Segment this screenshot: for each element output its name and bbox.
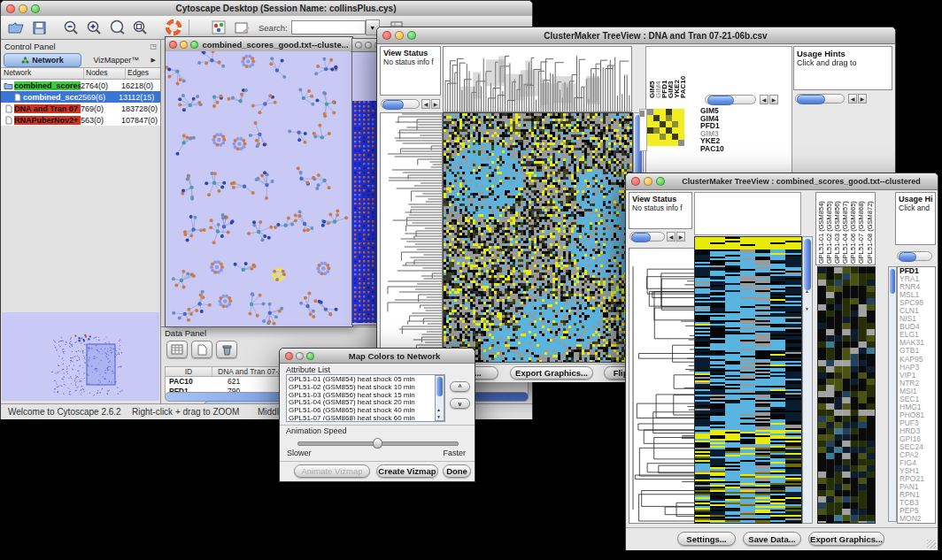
gene-label[interactable]: MSI1 <box>900 387 935 395</box>
zoom-window-icon[interactable] <box>31 4 40 13</box>
gene-label[interactable]: NIS1 <box>900 315 935 323</box>
new-attribute-icon[interactable] <box>191 341 212 358</box>
attribute-item[interactable]: GPL51-01 (GSM854) heat shock 05 min <box>289 376 444 384</box>
attribute-item[interactable]: GPL51-07 (GSM868) heat shock 60 min <box>289 415 444 420</box>
gene-label[interactable]: MSL1 <box>900 291 935 299</box>
close-icon[interactable] <box>285 352 293 360</box>
zoom-fit-icon[interactable] <box>105 18 128 37</box>
network-canvas[interactable] <box>166 51 351 326</box>
gene-label[interactable]: GIM4 <box>700 115 724 123</box>
birdseye-view[interactable] <box>2 312 159 401</box>
network-row[interactable]: combined_scores2764(0)16218(0) <box>1 80 160 91</box>
save-icon[interactable] <box>27 18 50 37</box>
animation-speed-slider[interactable] <box>297 441 459 446</box>
usage-right-icon[interactable]: ▶ <box>858 94 867 104</box>
scroll-left-icon[interactable]: ◀ <box>667 232 676 242</box>
zoom-in-icon[interactable] <box>82 18 105 37</box>
close-icon[interactable] <box>169 41 177 49</box>
gene-label[interactable]: HMG1 <box>900 403 935 411</box>
scroll-left-icon[interactable]: ◀ <box>421 99 430 109</box>
gene-label[interactable]: ELG1 <box>900 331 935 339</box>
gene-label[interactable]: PAN1 <box>900 483 935 491</box>
treeview-dna-titlebar[interactable]: ClusterMaker TreeView : DNA and Tran 07-… <box>377 27 895 44</box>
gene-label[interactable]: NTR2 <box>900 380 935 387</box>
gene-label[interactable]: MAK31 <box>900 339 935 347</box>
network-view-titlebar[interactable]: combined_scores_good.txt--cluste... <box>166 37 352 52</box>
minimize-icon[interactable] <box>644 177 652 186</box>
scroll-up-icon[interactable]: ▲ <box>436 407 441 412</box>
vizmapper-icon[interactable] <box>207 18 230 37</box>
array-dendrogram-canvas[interactable] <box>443 46 632 112</box>
gene-label[interactable]: FIG4 <box>900 459 935 467</box>
main-titlebar[interactable]: Cytoscape Desktop (Session Name: collins… <box>1 1 532 17</box>
gene-label[interactable]: MON2 <box>900 515 935 523</box>
treeview-combined-titlebar[interactable]: ClusterMaker TreeView : combined_scores_… <box>626 173 938 190</box>
gene-label[interactable]: YKE2 <box>700 137 724 145</box>
attribute-item[interactable]: GPL51-02 (GSM855) heat shock 10 min <box>289 384 444 392</box>
minimize-icon[interactable] <box>395 31 404 40</box>
create-vizmap-button[interactable]: Create Vizmap <box>376 464 438 478</box>
done-button[interactable]: Done <box>443 464 471 478</box>
zoom-window-icon[interactable] <box>656 177 665 186</box>
scroll-down-icon[interactable]: ▼ <box>436 414 441 419</box>
col-header-network[interactable]: Network <box>1 68 84 79</box>
heatmap-canvas[interactable] <box>694 236 802 524</box>
float-panel-icon[interactable]: ◳ <box>150 42 157 50</box>
gene-list-scrollbar[interactable] <box>888 266 897 522</box>
select-attributes-icon[interactable] <box>166 341 188 358</box>
network-row[interactable]: combined_sco2569(6)13112(15) <box>1 91 160 103</box>
gene-label[interactable]: BUD4 <box>900 323 935 331</box>
gene-label[interactable]: PFD1 <box>700 122 724 130</box>
export-graphics-button[interactable]: Export Graphics... <box>510 366 593 380</box>
gene-label[interactable]: HRD3 <box>900 427 935 435</box>
attribute-item[interactable]: GPL51-06 (GSM865) heat shock 40 min <box>289 407 444 415</box>
gene-hslider[interactable] <box>897 251 932 261</box>
gene-label[interactable]: KAP95 <box>900 356 935 364</box>
zoom-window-icon[interactable] <box>306 352 314 360</box>
gene-label[interactable]: RPO21 <box>900 475 935 483</box>
help-icon[interactable] <box>162 18 185 37</box>
gene-label[interactable]: PAC10 <box>700 145 724 153</box>
save-data-button[interactable]: Save Data... <box>743 532 801 546</box>
gene-label[interactable]: CLN1 <box>900 307 935 315</box>
gene-label[interactable]: PUF3 <box>900 419 935 427</box>
zoom-heatmap-canvas[interactable] <box>817 266 876 524</box>
close-icon[interactable] <box>355 42 362 49</box>
network-row[interactable]: DNA and Tran 07769(0)183728(0) <box>1 103 160 114</box>
summary-matrix[interactable] <box>647 109 684 146</box>
gene-label[interactable]: SEC24 <box>900 443 935 451</box>
network-row[interactable]: RNAPuberNov2+563(0)107847(0) <box>1 114 160 126</box>
gene-label[interactable]: SEC1 <box>900 395 935 403</box>
slider-thumb[interactable] <box>373 438 382 449</box>
usage-hslider[interactable] <box>795 94 845 104</box>
move-down-button[interactable]: v <box>450 398 470 409</box>
minimize-icon[interactable] <box>180 41 188 49</box>
close-icon[interactable] <box>631 177 640 186</box>
minimize-icon[interactable] <box>19 4 27 13</box>
gene-label[interactable]: GPI16 <box>900 435 935 443</box>
col-header-nodes[interactable]: Nodes <box>84 68 126 79</box>
tab-more-arrow[interactable]: ▶ <box>151 57 158 64</box>
gene-label[interactable]: HAP3 <box>900 364 935 372</box>
summary-left-icon[interactable]: ◀ <box>760 95 768 104</box>
heatmap-canvas[interactable] <box>443 112 633 363</box>
close-icon[interactable] <box>6 4 15 13</box>
gene-label[interactable]: TCB3 <box>900 499 935 507</box>
gene-label[interactable]: RNR4 <box>900 283 935 291</box>
data-col-id[interactable]: ID <box>166 367 212 376</box>
close-icon[interactable] <box>382 31 391 40</box>
zoom-selected-icon[interactable] <box>128 18 151 37</box>
gene-label[interactable]: PFD1 <box>900 267 935 275</box>
attribute-list-scrollbar[interactable]: ▲ ▼ <box>435 375 444 421</box>
attribute-item[interactable]: GPL51-04 (GSM857) heat shock 20 min <box>289 399 444 407</box>
gene-label[interactable]: VIP1 <box>900 372 935 380</box>
gene-label[interactable]: GIM5 <box>700 107 724 115</box>
gene-label[interactable]: RPN1 <box>900 491 935 499</box>
tab-network[interactable]: Network <box>4 53 81 67</box>
zoom-window-icon[interactable] <box>190 41 198 49</box>
open-icon[interactable] <box>4 18 27 37</box>
gene-dendrogram-canvas[interactable] <box>629 248 695 524</box>
export-graphics-button[interactable]: Export Graphics... <box>808 532 884 546</box>
gene-label[interactable]: SPC98 <box>900 299 935 307</box>
search-input[interactable] <box>291 20 366 35</box>
